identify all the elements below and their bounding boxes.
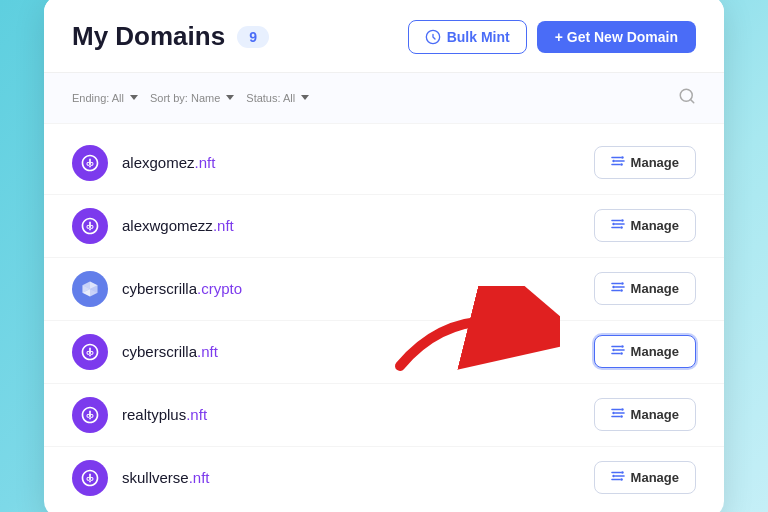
status-chevron-icon: [301, 95, 309, 100]
ending-filter[interactable]: Ending: All: [72, 92, 138, 104]
svg-point-49: [620, 478, 623, 481]
manage-label: Manage: [631, 407, 679, 422]
domain-row: ∞alexwgomezz.nftManage: [44, 195, 724, 258]
svg-text:∞: ∞: [86, 156, 94, 168]
svg-point-33: [612, 349, 615, 352]
svg-point-11: [621, 219, 624, 222]
manage-label: Manage: [631, 218, 679, 233]
domain-icon: ∞: [72, 145, 108, 181]
domain-row: ∞skullverse.nftManage: [44, 447, 724, 509]
svg-point-38: [621, 408, 624, 411]
domain-icon: [72, 271, 108, 307]
svg-point-6: [612, 160, 615, 163]
sort-chevron-icon: [226, 95, 234, 100]
svg-point-28: [620, 289, 623, 292]
domain-icon: ∞: [72, 397, 108, 433]
domain-list: ∞alexgomez.nftManage∞alexwgomezz.nftMana…: [44, 124, 724, 513]
manage-button[interactable]: Manage: [594, 461, 696, 494]
manage-label: Manage: [631, 470, 679, 485]
svg-point-35: [620, 352, 623, 355]
domain-icon: ∞: [72, 334, 108, 370]
status-filter[interactable]: Status: All: [246, 92, 309, 104]
manage-sliders-icon: [611, 154, 625, 171]
manage-button[interactable]: Manage: [594, 209, 696, 242]
svg-point-15: [620, 226, 623, 229]
svg-text:∞: ∞: [86, 219, 94, 231]
svg-point-26: [612, 286, 615, 289]
svg-point-40: [612, 412, 615, 415]
domain-count-badge: 9: [237, 26, 269, 48]
get-new-domain-button[interactable]: + Get New Domain: [537, 21, 696, 53]
bulk-mint-button[interactable]: Bulk Mint: [408, 20, 527, 54]
page-title: My Domains: [72, 21, 225, 52]
sort-filter[interactable]: Sort by: Name: [150, 92, 234, 104]
main-card: My Domains 9 Bulk Mint + Get New Domain …: [44, 0, 724, 512]
search-icon: [678, 87, 696, 105]
svg-point-8: [620, 163, 623, 166]
search-icon-wrap[interactable]: [678, 87, 696, 109]
domain-row: ∞realtyplus.nftManage: [44, 384, 724, 447]
domain-name: cyberscrilla.nft: [122, 343, 594, 360]
header-right: Bulk Mint + Get New Domain: [408, 20, 696, 54]
manage-sliders-icon: [611, 406, 625, 423]
domain-icon: ∞: [72, 460, 108, 496]
domain-row: cyberscrilla.cryptoManage: [44, 258, 724, 321]
manage-sliders-icon: [611, 469, 625, 486]
mint-icon: [425, 29, 441, 45]
header-left: My Domains 9: [72, 21, 269, 52]
domain-name: skullverse.nft: [122, 469, 594, 486]
domain-icon: ∞: [72, 208, 108, 244]
domain-name: alexgomez.nft: [122, 154, 594, 171]
domain-row: ∞cyberscrilla.nftManage: [44, 321, 724, 384]
filter-bar: Ending: All Sort by: Name Status: All: [44, 73, 724, 124]
svg-point-13: [612, 223, 615, 226]
svg-text:∞: ∞: [86, 408, 94, 420]
manage-button[interactable]: Manage: [594, 398, 696, 431]
manage-sliders-icon: [611, 280, 625, 297]
manage-button[interactable]: Manage: [594, 146, 696, 179]
manage-sliders-icon: [611, 217, 625, 234]
svg-point-4: [621, 156, 624, 159]
manage-sliders-icon: [611, 343, 625, 360]
domain-name: realtyplus.nft: [122, 406, 594, 423]
svg-point-45: [621, 471, 624, 474]
svg-text:∞: ∞: [86, 345, 94, 357]
ending-chevron-icon: [130, 95, 138, 100]
manage-button[interactable]: Manage: [594, 335, 696, 368]
manage-label: Manage: [631, 281, 679, 296]
manage-label: Manage: [631, 344, 679, 359]
card-header: My Domains 9 Bulk Mint + Get New Domain: [44, 0, 724, 73]
domain-name: alexwgomezz.nft: [122, 217, 594, 234]
svg-point-31: [621, 345, 624, 348]
domain-row: ∞alexgomez.nftManage: [44, 132, 724, 195]
svg-point-47: [612, 475, 615, 478]
manage-button[interactable]: Manage: [594, 272, 696, 305]
manage-label: Manage: [631, 155, 679, 170]
svg-point-24: [621, 282, 624, 285]
domain-name: cyberscrilla.crypto: [122, 280, 594, 297]
svg-point-42: [620, 415, 623, 418]
svg-text:∞: ∞: [86, 471, 94, 483]
